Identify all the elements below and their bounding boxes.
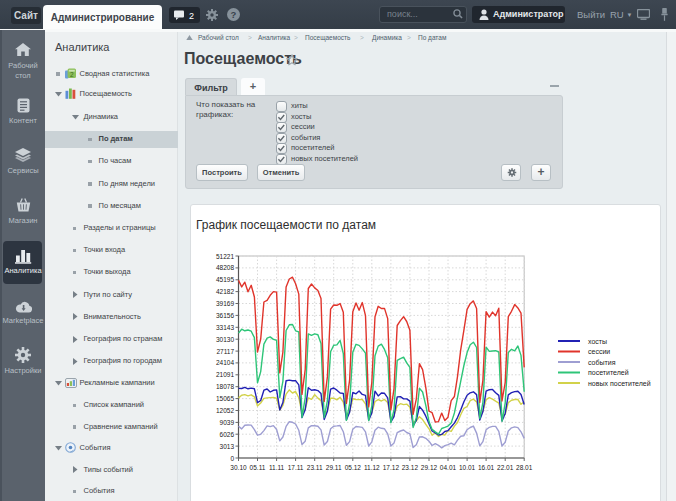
svg-text:27117: 27117 — [216, 348, 234, 355]
svg-text:42182: 42182 — [216, 288, 234, 295]
svg-text:05.11: 05.11 — [250, 464, 266, 471]
svg-text:16.01: 16.01 — [478, 464, 495, 471]
svg-text:хосты: хосты — [588, 338, 607, 345]
svg-text:17.12: 17.12 — [383, 464, 400, 471]
svg-text:24104: 24104 — [216, 359, 234, 366]
svg-text:05.12: 05.12 — [345, 464, 362, 471]
svg-text:сессии: сессии — [588, 348, 610, 355]
svg-text:28.01: 28.01 — [516, 464, 533, 471]
svg-text:11.11: 11.11 — [269, 464, 285, 471]
svg-text:0: 0 — [230, 455, 234, 462]
svg-text:новых посетителей: новых посетителей — [588, 380, 651, 387]
svg-text:23.11: 23.11 — [307, 464, 323, 471]
svg-text:30130: 30130 — [216, 336, 234, 343]
svg-text:17.11: 17.11 — [288, 464, 304, 471]
svg-text:12052: 12052 — [216, 407, 234, 414]
svg-text:посетителей: посетителей — [588, 369, 629, 376]
svg-text:2: 2 — [189, 11, 194, 21]
svg-text:45195: 45195 — [216, 276, 234, 283]
svg-text:23.12: 23.12 — [402, 464, 419, 471]
svg-text:51221: 51221 — [216, 253, 234, 260]
svg-text:30.10: 30.10 — [230, 464, 247, 471]
svg-text:2: 2 — [70, 71, 74, 78]
svg-text:29.11: 29.11 — [326, 464, 342, 471]
svg-text:11.12: 11.12 — [364, 464, 380, 471]
svg-text:36156: 36156 — [216, 312, 234, 319]
svg-text:6026: 6026 — [220, 431, 235, 438]
svg-text:9039: 9039 — [220, 419, 235, 426]
svg-text:3013: 3013 — [220, 443, 235, 450]
svg-text:48208: 48208 — [216, 264, 234, 271]
svg-text:события: события — [588, 359, 616, 366]
svg-text:22.01: 22.01 — [497, 464, 514, 471]
svg-text:33143: 33143 — [216, 324, 234, 331]
svg-text:39169: 39169 — [216, 300, 234, 307]
svg-text:?: ? — [231, 9, 237, 20]
svg-text:15065: 15065 — [216, 395, 234, 402]
svg-text:18078: 18078 — [216, 383, 234, 390]
svg-text:29.12: 29.12 — [421, 464, 438, 471]
svg-text:10.01: 10.01 — [459, 464, 476, 471]
svg-text:21091: 21091 — [216, 371, 234, 378]
svg-text:04.01: 04.01 — [440, 464, 457, 471]
